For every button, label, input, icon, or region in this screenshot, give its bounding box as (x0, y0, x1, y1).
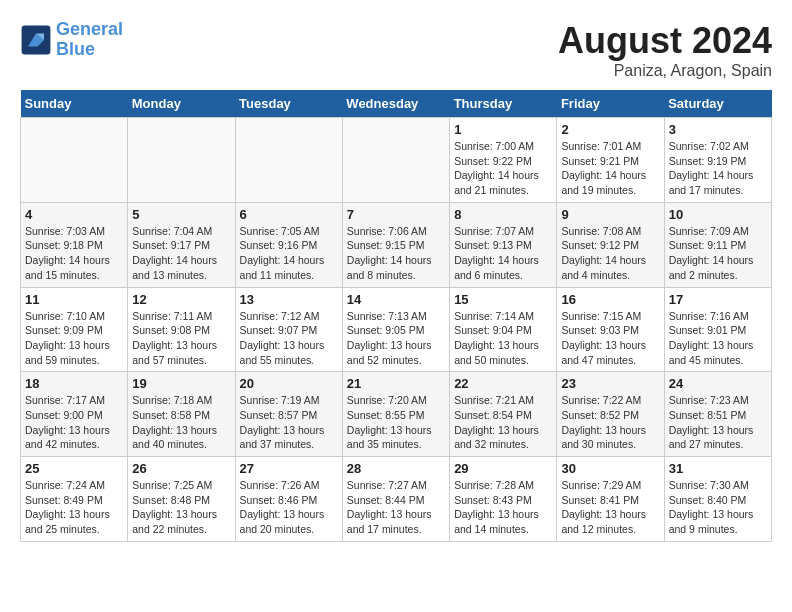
day-number: 31 (669, 461, 767, 476)
day-cell: 25Sunrise: 7:24 AM Sunset: 8:49 PM Dayli… (21, 457, 128, 542)
day-header-tuesday: Tuesday (235, 90, 342, 118)
day-info: Sunrise: 7:27 AM Sunset: 8:44 PM Dayligh… (347, 478, 445, 537)
day-info: Sunrise: 7:22 AM Sunset: 8:52 PM Dayligh… (561, 393, 659, 452)
day-number: 6 (240, 207, 338, 222)
day-cell: 20Sunrise: 7:19 AM Sunset: 8:57 PM Dayli… (235, 372, 342, 457)
day-cell: 31Sunrise: 7:30 AM Sunset: 8:40 PM Dayli… (664, 457, 771, 542)
day-number: 25 (25, 461, 123, 476)
calendar-subtitle: Paniza, Aragon, Spain (558, 62, 772, 80)
day-cell (21, 118, 128, 203)
day-cell: 17Sunrise: 7:16 AM Sunset: 9:01 PM Dayli… (664, 287, 771, 372)
day-number: 10 (669, 207, 767, 222)
day-info: Sunrise: 7:29 AM Sunset: 8:41 PM Dayligh… (561, 478, 659, 537)
day-info: Sunrise: 7:03 AM Sunset: 9:18 PM Dayligh… (25, 224, 123, 283)
day-info: Sunrise: 7:14 AM Sunset: 9:04 PM Dayligh… (454, 309, 552, 368)
day-number: 28 (347, 461, 445, 476)
header: General Blue August 2024 Paniza, Aragon,… (20, 20, 772, 80)
day-info: Sunrise: 7:07 AM Sunset: 9:13 PM Dayligh… (454, 224, 552, 283)
header-row: SundayMondayTuesdayWednesdayThursdayFrid… (21, 90, 772, 118)
day-info: Sunrise: 7:23 AM Sunset: 8:51 PM Dayligh… (669, 393, 767, 452)
day-cell (235, 118, 342, 203)
day-number: 3 (669, 122, 767, 137)
day-cell: 8Sunrise: 7:07 AM Sunset: 9:13 PM Daylig… (450, 202, 557, 287)
day-cell: 1Sunrise: 7:00 AM Sunset: 9:22 PM Daylig… (450, 118, 557, 203)
day-cell: 7Sunrise: 7:06 AM Sunset: 9:15 PM Daylig… (342, 202, 449, 287)
day-number: 16 (561, 292, 659, 307)
day-info: Sunrise: 7:30 AM Sunset: 8:40 PM Dayligh… (669, 478, 767, 537)
day-info: Sunrise: 7:20 AM Sunset: 8:55 PM Dayligh… (347, 393, 445, 452)
day-cell: 2Sunrise: 7:01 AM Sunset: 9:21 PM Daylig… (557, 118, 664, 203)
day-cell: 23Sunrise: 7:22 AM Sunset: 8:52 PM Dayli… (557, 372, 664, 457)
day-cell: 28Sunrise: 7:27 AM Sunset: 8:44 PM Dayli… (342, 457, 449, 542)
day-cell: 22Sunrise: 7:21 AM Sunset: 8:54 PM Dayli… (450, 372, 557, 457)
day-cell: 27Sunrise: 7:26 AM Sunset: 8:46 PM Dayli… (235, 457, 342, 542)
day-number: 19 (132, 376, 230, 391)
day-cell: 12Sunrise: 7:11 AM Sunset: 9:08 PM Dayli… (128, 287, 235, 372)
day-info: Sunrise: 7:17 AM Sunset: 9:00 PM Dayligh… (25, 393, 123, 452)
day-info: Sunrise: 7:28 AM Sunset: 8:43 PM Dayligh… (454, 478, 552, 537)
week-row-5: 25Sunrise: 7:24 AM Sunset: 8:49 PM Dayli… (21, 457, 772, 542)
day-number: 23 (561, 376, 659, 391)
day-info: Sunrise: 7:08 AM Sunset: 9:12 PM Dayligh… (561, 224, 659, 283)
day-number: 11 (25, 292, 123, 307)
day-number: 24 (669, 376, 767, 391)
title-area: August 2024 Paniza, Aragon, Spain (558, 20, 772, 80)
day-number: 30 (561, 461, 659, 476)
day-cell: 19Sunrise: 7:18 AM Sunset: 8:58 PM Dayli… (128, 372, 235, 457)
day-cell: 16Sunrise: 7:15 AM Sunset: 9:03 PM Dayli… (557, 287, 664, 372)
day-cell: 15Sunrise: 7:14 AM Sunset: 9:04 PM Dayli… (450, 287, 557, 372)
day-info: Sunrise: 7:13 AM Sunset: 9:05 PM Dayligh… (347, 309, 445, 368)
day-header-wednesday: Wednesday (342, 90, 449, 118)
day-number: 9 (561, 207, 659, 222)
day-number: 13 (240, 292, 338, 307)
day-cell (128, 118, 235, 203)
day-info: Sunrise: 7:24 AM Sunset: 8:49 PM Dayligh… (25, 478, 123, 537)
day-cell: 9Sunrise: 7:08 AM Sunset: 9:12 PM Daylig… (557, 202, 664, 287)
day-info: Sunrise: 7:15 AM Sunset: 9:03 PM Dayligh… (561, 309, 659, 368)
day-info: Sunrise: 7:19 AM Sunset: 8:57 PM Dayligh… (240, 393, 338, 452)
day-info: Sunrise: 7:16 AM Sunset: 9:01 PM Dayligh… (669, 309, 767, 368)
day-info: Sunrise: 7:25 AM Sunset: 8:48 PM Dayligh… (132, 478, 230, 537)
day-cell: 26Sunrise: 7:25 AM Sunset: 8:48 PM Dayli… (128, 457, 235, 542)
week-row-4: 18Sunrise: 7:17 AM Sunset: 9:00 PM Dayli… (21, 372, 772, 457)
day-cell: 14Sunrise: 7:13 AM Sunset: 9:05 PM Dayli… (342, 287, 449, 372)
day-info: Sunrise: 7:01 AM Sunset: 9:21 PM Dayligh… (561, 139, 659, 198)
day-number: 12 (132, 292, 230, 307)
day-number: 26 (132, 461, 230, 476)
day-info: Sunrise: 7:05 AM Sunset: 9:16 PM Dayligh… (240, 224, 338, 283)
day-info: Sunrise: 7:10 AM Sunset: 9:09 PM Dayligh… (25, 309, 123, 368)
day-number: 17 (669, 292, 767, 307)
day-header-thursday: Thursday (450, 90, 557, 118)
day-cell: 4Sunrise: 7:03 AM Sunset: 9:18 PM Daylig… (21, 202, 128, 287)
day-number: 14 (347, 292, 445, 307)
day-header-sunday: Sunday (21, 90, 128, 118)
day-number: 7 (347, 207, 445, 222)
day-info: Sunrise: 7:09 AM Sunset: 9:11 PM Dayligh… (669, 224, 767, 283)
logo-text: General Blue (56, 20, 123, 60)
day-header-saturday: Saturday (664, 90, 771, 118)
day-number: 20 (240, 376, 338, 391)
day-info: Sunrise: 7:26 AM Sunset: 8:46 PM Dayligh… (240, 478, 338, 537)
day-number: 1 (454, 122, 552, 137)
day-cell: 21Sunrise: 7:20 AM Sunset: 8:55 PM Dayli… (342, 372, 449, 457)
day-cell: 6Sunrise: 7:05 AM Sunset: 9:16 PM Daylig… (235, 202, 342, 287)
logo-line1: General (56, 19, 123, 39)
day-cell: 11Sunrise: 7:10 AM Sunset: 9:09 PM Dayli… (21, 287, 128, 372)
day-info: Sunrise: 7:00 AM Sunset: 9:22 PM Dayligh… (454, 139, 552, 198)
day-cell: 29Sunrise: 7:28 AM Sunset: 8:43 PM Dayli… (450, 457, 557, 542)
calendar-table: SundayMondayTuesdayWednesdayThursdayFrid… (20, 90, 772, 542)
day-cell: 10Sunrise: 7:09 AM Sunset: 9:11 PM Dayli… (664, 202, 771, 287)
day-number: 8 (454, 207, 552, 222)
day-number: 27 (240, 461, 338, 476)
day-number: 22 (454, 376, 552, 391)
day-info: Sunrise: 7:04 AM Sunset: 9:17 PM Dayligh… (132, 224, 230, 283)
logo-icon (20, 24, 52, 56)
day-number: 18 (25, 376, 123, 391)
day-cell: 18Sunrise: 7:17 AM Sunset: 9:00 PM Dayli… (21, 372, 128, 457)
day-number: 5 (132, 207, 230, 222)
day-cell: 30Sunrise: 7:29 AM Sunset: 8:41 PM Dayli… (557, 457, 664, 542)
logo: General Blue (20, 20, 123, 60)
day-info: Sunrise: 7:11 AM Sunset: 9:08 PM Dayligh… (132, 309, 230, 368)
day-number: 21 (347, 376, 445, 391)
week-row-2: 4Sunrise: 7:03 AM Sunset: 9:18 PM Daylig… (21, 202, 772, 287)
